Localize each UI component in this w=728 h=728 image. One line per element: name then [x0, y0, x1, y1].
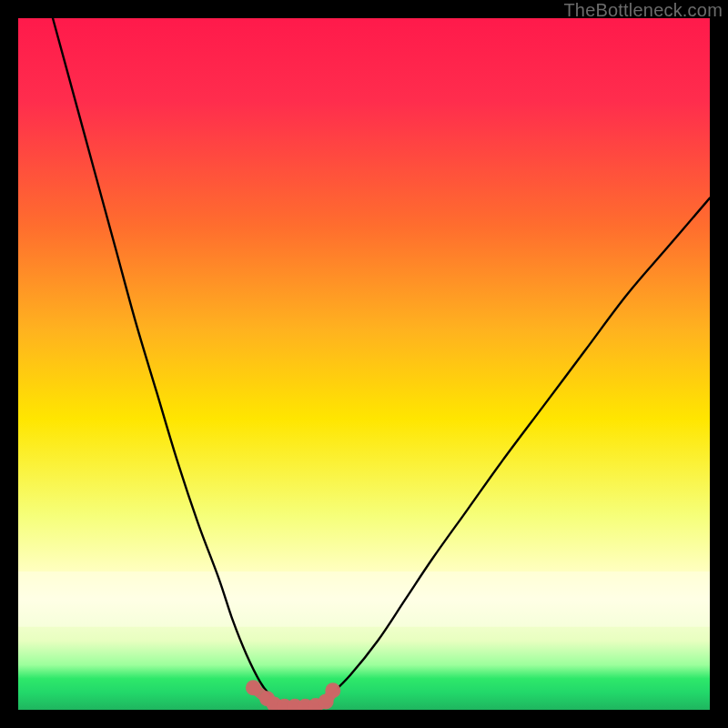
plot-area [18, 18, 710, 710]
bottom-marker-dot [246, 680, 261, 695]
bottom-marker-dot [325, 682, 340, 698]
light-band [18, 571, 710, 627]
chart-svg [18, 18, 710, 710]
chart-frame: TheBottleneck.com [0, 0, 728, 728]
